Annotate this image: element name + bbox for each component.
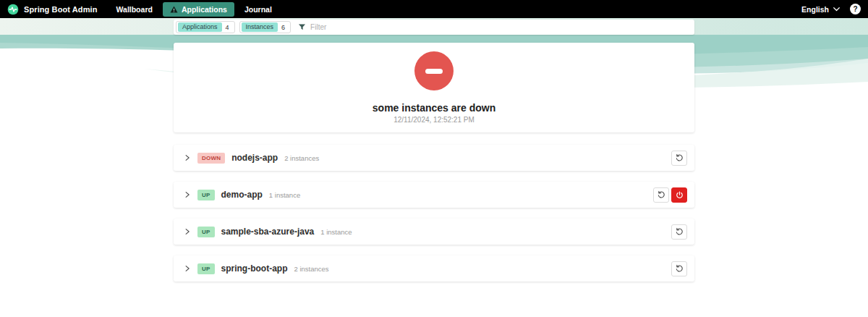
restart-history-icon bbox=[657, 190, 665, 199]
instance-count: 2 instances bbox=[294, 265, 329, 273]
instance-count: 1 instance bbox=[320, 228, 352, 236]
application-name: nodejs-app bbox=[231, 153, 278, 163]
restart-history-icon bbox=[675, 264, 684, 273]
application-name: sample-sba-azure-java bbox=[221, 227, 315, 237]
applications-chip: Applications bbox=[178, 22, 222, 33]
restart-history-button[interactable] bbox=[653, 187, 669, 203]
expand-chevron-icon[interactable] bbox=[184, 153, 191, 162]
status-badge: UP bbox=[197, 263, 215, 274]
main-content: Applications 4 Instances 6 some instance… bbox=[174, 18, 694, 282]
row-actions bbox=[671, 224, 687, 240]
application-row-left: DOWN nodejs-app 2 instances bbox=[184, 153, 319, 164]
nav-item-label: Wallboard bbox=[116, 5, 153, 14]
filter-bar: Applications 4 Instances 6 bbox=[174, 20, 694, 35]
status-badge: DOWN bbox=[197, 153, 225, 164]
status-summary-card: some instances are down 12/11/2024, 12:5… bbox=[174, 43, 694, 132]
brand-title: Spring Boot Admin bbox=[24, 5, 98, 14]
restart-history-icon bbox=[675, 227, 684, 236]
restart-history-button[interactable] bbox=[671, 261, 687, 276]
nav-item-label: Journal bbox=[244, 5, 272, 14]
application-row[interactable]: UP sample-sba-azure-java 1 instance bbox=[174, 219, 694, 245]
application-row[interactable]: UP demo-app 1 instance bbox=[174, 182, 694, 208]
instances-chip: Instances bbox=[242, 22, 278, 33]
expand-chevron-icon[interactable] bbox=[184, 264, 191, 273]
application-name: spring-boot-app bbox=[221, 263, 288, 274]
row-actions bbox=[653, 187, 687, 203]
funnel-icon bbox=[298, 23, 306, 31]
instances-count: 6 bbox=[278, 24, 289, 31]
expand-chevron-icon[interactable] bbox=[184, 227, 191, 236]
status-badge: UP bbox=[197, 227, 215, 237]
shutdown-button[interactable] bbox=[671, 187, 687, 203]
application-row-left: UP demo-app 1 instance bbox=[184, 190, 300, 200]
warning-triangle-icon bbox=[170, 6, 178, 13]
instances-count-group[interactable]: Instances 6 bbox=[239, 21, 292, 33]
expand-chevron-icon[interactable] bbox=[184, 190, 191, 199]
minus-circle-icon bbox=[414, 51, 454, 90]
nav-item-applications[interactable]: Applications bbox=[163, 2, 234, 17]
spring-boot-admin-logo-icon bbox=[7, 4, 19, 15]
restart-history-button[interactable] bbox=[671, 151, 687, 166]
status-badge: UP bbox=[197, 190, 215, 200]
chevron-down-icon bbox=[833, 7, 840, 12]
status-timestamp: 12/11/2024, 12:52:21 PM bbox=[181, 116, 687, 124]
nav-item-journal[interactable]: Journal bbox=[237, 2, 279, 17]
applications-count-group[interactable]: Applications 4 bbox=[176, 21, 235, 33]
application-row[interactable]: DOWN nodejs-app 2 instances bbox=[174, 145, 694, 171]
instance-count: 1 instance bbox=[269, 191, 300, 199]
applications-count: 4 bbox=[222, 24, 233, 31]
nav-item-label: Applications bbox=[182, 5, 227, 14]
filter-input[interactable] bbox=[310, 20, 690, 35]
restart-history-button[interactable] bbox=[671, 224, 687, 240]
language-label: English bbox=[801, 5, 829, 14]
application-row-left: UP spring-boot-app 2 instances bbox=[184, 263, 329, 274]
help-glyph: ? bbox=[853, 5, 857, 13]
status-title: some instances are down bbox=[181, 102, 687, 114]
top-navbar: Spring Boot Admin Wallboard Applications… bbox=[0, 0, 868, 18]
restart-history-icon bbox=[675, 153, 684, 162]
nav-items: Wallboard Applications Journal bbox=[109, 2, 279, 17]
language-selector[interactable]: English bbox=[801, 5, 840, 14]
navbar-right: English ? bbox=[801, 4, 861, 14]
row-actions bbox=[671, 151, 687, 166]
application-row-left: UP sample-sba-azure-java 1 instance bbox=[184, 227, 352, 237]
power-icon bbox=[676, 191, 684, 199]
application-row[interactable]: UP spring-boot-app 2 instances bbox=[174, 255, 694, 282]
row-actions bbox=[671, 261, 687, 276]
help-icon[interactable]: ? bbox=[850, 4, 861, 14]
application-name: demo-app bbox=[221, 190, 263, 200]
instance-count: 2 instances bbox=[284, 154, 319, 162]
application-list: DOWN nodejs-app 2 instances bbox=[174, 145, 694, 282]
brand-group[interactable]: Spring Boot Admin bbox=[7, 4, 98, 15]
nav-item-wallboard[interactable]: Wallboard bbox=[109, 2, 160, 17]
